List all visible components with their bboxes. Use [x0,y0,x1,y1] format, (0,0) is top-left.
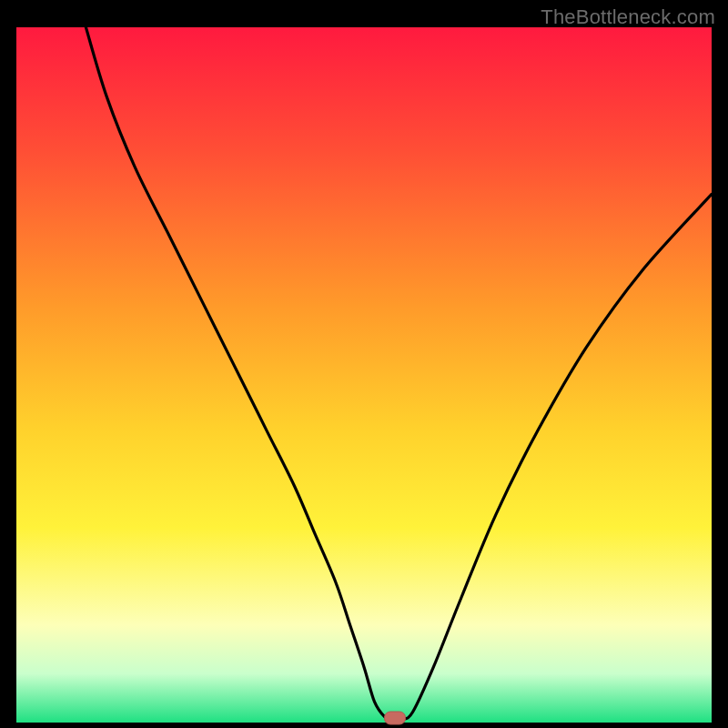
chart-frame [16,27,712,723]
optimal-point-marker [384,712,406,725]
watermark-text: TheBottleneck.com [541,5,715,29]
bottleneck-chart [16,27,712,723]
